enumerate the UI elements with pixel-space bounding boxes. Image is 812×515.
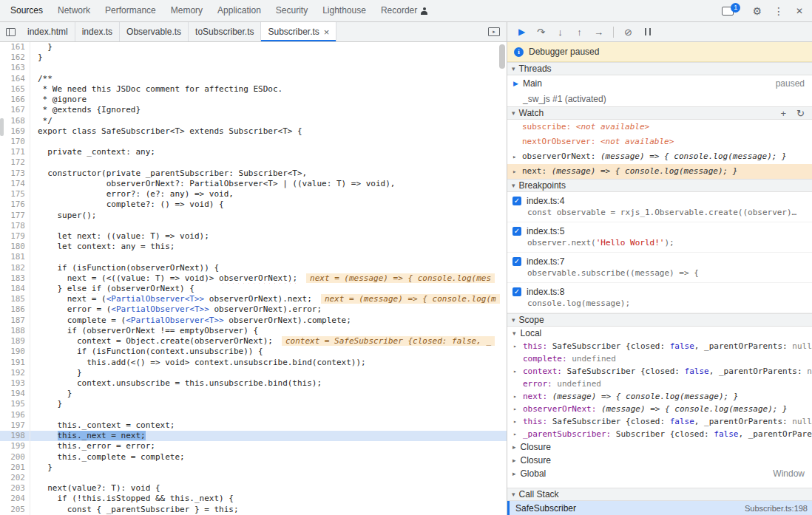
breakpoint-checkbox[interactable]: ✓ (512, 257, 521, 266)
line-number[interactable]: 177 (0, 211, 30, 221)
code-text[interactable]: this._context = context; (30, 420, 507, 431)
line-number[interactable]: 168 (0, 116, 30, 126)
panel-tab-lighthouse[interactable]: Lighthouse (315, 0, 373, 21)
line-number[interactable]: 194 (0, 389, 30, 399)
line-number[interactable]: 199 (0, 441, 30, 451)
code-text[interactable]: constructor(private _parentSubscriber: S… (30, 168, 507, 179)
code-text[interactable]: */ (30, 116, 507, 126)
scope-entry[interactable]: ▸this: SafeSubscriber {closed: false, _p… (507, 340, 812, 352)
line-number[interactable]: 184 (0, 284, 30, 294)
line-number[interactable]: 190 (0, 347, 30, 357)
code-text[interactable]: } (30, 52, 507, 63)
line-number[interactable]: 180 (0, 242, 30, 252)
code-text[interactable]: let next: ((value: T) => void); (30, 231, 507, 242)
line-number[interactable]: 189 (0, 336, 30, 347)
scope-group-global[interactable]: ▸GlobalWindow (507, 467, 812, 480)
breakpoint-item[interactable]: ✓index.ts:8console.log(message); (507, 283, 812, 313)
tab-close-icon[interactable]: × (324, 27, 330, 38)
watch-section-header[interactable]: ▾ Watch + ↻ (507, 106, 812, 120)
code-text[interactable]: error?: (e?: any) => void, (30, 189, 507, 199)
file-tab-index.html[interactable]: index.html (21, 22, 75, 41)
panel-tab-performance[interactable]: Performance (98, 0, 163, 21)
scope-section-header[interactable]: ▾ Scope (507, 313, 812, 327)
refresh-watches-icon[interactable]: ↻ (796, 108, 805, 119)
code-text[interactable]: this._error = error; (30, 441, 507, 451)
line-number[interactable]: 172 (0, 157, 30, 168)
line-number[interactable]: 188 (0, 326, 30, 336)
line-number[interactable]: 170 (0, 137, 30, 147)
watch-row[interactable]: subscribe: <not available> (507, 120, 812, 134)
scope-group-closure[interactable]: ▸Closure (507, 440, 812, 454)
scrollbar-thumb[interactable] (499, 44, 505, 69)
code-text[interactable]: * @ignore (30, 95, 507, 105)
panel-tab-application[interactable]: Application (210, 0, 268, 21)
caret-right-icon[interactable]: ▸ (513, 390, 517, 403)
code-text[interactable]: this._next = next; (30, 431, 507, 441)
code-text[interactable]: complete?: () => void) { (30, 199, 507, 210)
step-icon[interactable]: → (590, 27, 607, 38)
code-text[interactable]: observerOrNext?: PartialObserver<T> | ((… (30, 179, 507, 189)
scope-entry[interactable]: ▸next: (message) => { console.log(messag… (507, 390, 812, 403)
callstack-frame[interactable]: SafeSubscriberSubscriber.ts:198 (507, 501, 812, 515)
panel-tab-memory[interactable]: Memory (163, 0, 210, 21)
line-number[interactable]: 163 (0, 63, 30, 73)
watch-row[interactable]: ▸next: (message) => { console.log(messag… (507, 164, 812, 179)
line-number[interactable]: 164 (0, 74, 30, 84)
panel-tab-recorder[interactable]: Recorder (373, 0, 435, 21)
line-number[interactable]: 200 (0, 452, 30, 463)
line-number[interactable]: 187 (0, 316, 30, 326)
code-text[interactable]: * We need this JSDoc comment for affecti… (30, 84, 507, 95)
code-text[interactable]: error = (<PartialObserver<T>> observerOr… (30, 304, 507, 315)
caret-right-icon[interactable]: ▸ (513, 428, 517, 440)
code-text[interactable]: next = (<((value: T) => void)> observerO… (30, 273, 507, 284)
scope-entry[interactable]: error: undefined (507, 378, 812, 390)
line-number[interactable]: 173 (0, 168, 30, 179)
breakpoint-item[interactable]: ✓index.ts:4const observable = rxjs_1.Obs… (507, 192, 812, 222)
scope-group-local[interactable]: ▾Local (507, 327, 812, 340)
code-text[interactable]: super(); (30, 211, 507, 221)
gear-icon[interactable]: ⚙ (752, 6, 762, 16)
line-number[interactable]: 192 (0, 368, 30, 378)
code-text[interactable]: if (isFunction(observerOrNext)) { (30, 263, 507, 273)
line-number[interactable]: 193 (0, 378, 30, 389)
caret-right-icon[interactable]: ▸ (513, 403, 517, 415)
scope-entry[interactable]: ▸this: SafeSubscriber {closed: false, _p… (507, 415, 812, 428)
code-text[interactable] (30, 157, 507, 168)
breakpoint-checkbox[interactable]: ✓ (512, 197, 521, 205)
scope-entry[interactable]: ▸observerOrNext: (message) => { console.… (507, 403, 812, 415)
line-number[interactable]: 165 (0, 84, 30, 95)
add-watch-icon[interactable]: + (781, 108, 787, 119)
code-text[interactable]: next = (<PartialObserver<T>> observerOrN… (30, 294, 507, 304)
line-number[interactable]: 171 (0, 147, 30, 157)
breakpoint-checkbox[interactable]: ✓ (512, 287, 521, 296)
thread-row[interactable]: _sw_js #1 (activated) (507, 92, 812, 106)
line-number[interactable]: 196 (0, 410, 30, 420)
line-number[interactable]: 197 (0, 420, 30, 431)
code-text[interactable]: context.unsubscribe = this.unsubscribe.b… (30, 378, 507, 389)
caret-right-icon[interactable]: ▸ (513, 340, 517, 352)
code-text[interactable] (30, 221, 507, 231)
line-number[interactable]: 185 (0, 294, 30, 304)
deactivate-breakpoints-icon[interactable]: ⊘ (620, 27, 637, 38)
code-text[interactable]: const { _parentSubscriber } = this; (30, 505, 507, 515)
close-icon[interactable]: ✕ (796, 7, 803, 16)
callstack-section-header[interactable]: ▾ Call Stack (507, 488, 812, 501)
step-into-icon[interactable]: ↓ (552, 27, 569, 38)
code-text[interactable]: this._complete = complete; (30, 452, 507, 463)
code-text[interactable]: this.add(<() => void> context.unsubscrib… (30, 358, 507, 368)
caret-right-icon[interactable]: ▸ (513, 365, 517, 378)
more-menu-icon[interactable]: ⋮ (774, 6, 784, 16)
line-number[interactable]: 203 (0, 483, 30, 494)
code-text[interactable] (30, 473, 507, 483)
line-number[interactable]: 162 (0, 52, 30, 63)
panel-tab-security[interactable]: Security (268, 0, 315, 21)
code-text[interactable]: export class SafeSubscriber<T> extends S… (30, 126, 507, 137)
code-text[interactable]: private _context: any; (30, 147, 507, 157)
breakpoint-item[interactable]: ✓index.ts:5observer.next('Hello World!')… (507, 222, 812, 253)
panel-expand-icon[interactable]: ▸ (488, 27, 500, 36)
line-number[interactable]: 179 (0, 231, 30, 242)
step-out-icon[interactable]: ↑ (571, 27, 588, 38)
code-text[interactable]: next(value?: T): void { (30, 483, 507, 494)
code-text[interactable] (30, 410, 507, 420)
breakpoint-item[interactable]: ✓index.ts:7observable.subscribe((message… (507, 253, 812, 283)
